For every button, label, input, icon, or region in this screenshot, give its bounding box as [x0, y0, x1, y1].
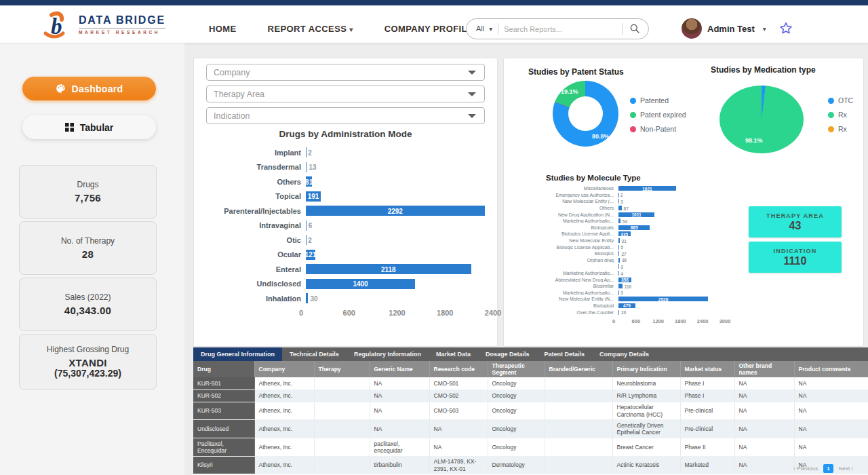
table-cell: NA	[370, 377, 429, 390]
bar-track: 2	[618, 193, 725, 197]
chart-row: Enteral2118	[198, 262, 493, 277]
indication-filter-dropdown[interactable]: Indication	[206, 107, 485, 124]
company-filter-dropdown[interactable]: Company	[206, 64, 485, 81]
next-page-button[interactable]: Next ›	[839, 466, 853, 472]
chart-row: Implant2	[198, 145, 493, 160]
sidebar-item-label: Dashboard	[72, 83, 123, 94]
studies-panel: Studies by Patent Status 19.1% 80.8% Pat…	[503, 58, 864, 347]
search-icon[interactable]	[622, 23, 648, 35]
previous-page-button[interactable]: ‹ Previous	[793, 466, 818, 472]
category-label: Parenteral/Injectables	[198, 207, 306, 215]
chart-row: Biologic License Applicati...5	[507, 244, 725, 250]
legend-color-dot	[630, 126, 636, 132]
chart-row: Ocular121	[198, 248, 493, 263]
patent-status-donut-chart: 19.1% 80.8%	[553, 81, 618, 147]
legend-label: Patented	[640, 96, 669, 104]
sidebar-item-dashboard[interactable]: Dashboard	[22, 77, 156, 100]
sidebar-item-label: Tabular	[80, 122, 114, 133]
user-menu[interactable]: Admin Test ▾	[682, 18, 766, 39]
chart-row: Undisclosed1400	[198, 277, 493, 292]
table-cell: NA	[734, 402, 794, 419]
tab-patent-details[interactable]: Patent Details	[536, 347, 592, 361]
bar-track: 1621	[618, 186, 725, 191]
chart-row: Over-the-Counter20	[507, 309, 725, 316]
tab-regulatory-information[interactable]: Regulatory Information	[347, 347, 429, 361]
chart-title-medication-type: Studies by Medication type	[711, 65, 816, 75]
table-cell: NA	[794, 438, 868, 457]
bar-value: 335	[620, 231, 628, 236]
bar-value: 1011	[631, 212, 641, 217]
axis-tick: 1200	[389, 309, 405, 317]
bar-track: 1011	[618, 212, 725, 217]
bar	[618, 284, 623, 288]
chart-title-patent-status: Studies by Patent Status	[528, 67, 624, 77]
table-cell: NA	[370, 420, 429, 438]
bar-track: 31	[618, 238, 725, 243]
category-label: Undisclosed	[198, 280, 306, 288]
tab-drug-general-information[interactable]: Drug General Information	[193, 347, 282, 361]
bar-track: 27	[618, 251, 725, 256]
table-cell: Oncology	[488, 402, 545, 419]
table-cell: NA	[794, 377, 868, 390]
table-row: KUR-503Athenex, Inc.NACMO-503OncologyHep…	[193, 402, 868, 419]
category-label: Biologicals	[507, 225, 618, 230]
sidebar-item-tabular[interactable]: Tabular	[22, 115, 156, 139]
table-cell: Pre-clinical	[680, 402, 734, 419]
main-nav: HOME REPORT ACCESS▾ COMPANY PROFILE	[209, 24, 473, 34]
column-header: Company	[254, 361, 314, 377]
chevron-down-icon: ▾	[763, 25, 766, 33]
tab-dosage-details[interactable]: Dosage Details	[478, 347, 537, 361]
favorite-star-icon[interactable]	[778, 21, 793, 39]
nav-report-access[interactable]: REPORT ACCESS▾	[268, 24, 353, 34]
table-cell: Undisclosed	[193, 420, 254, 438]
column-header: Market status	[680, 361, 734, 377]
brand-logo[interactable]: b DATA BRIDGE MARKET RESEARCH	[42, 10, 165, 39]
category-label: New Molecular Entity	[507, 238, 618, 243]
category-label: Otic	[198, 236, 306, 244]
bar	[618, 206, 622, 210]
table-cell: Athenex, Inc.	[254, 402, 314, 419]
bar	[618, 218, 620, 223]
chart-row: Emergency use Authoriza...2	[507, 192, 725, 199]
brand-title: DATA BRIDGE	[79, 14, 165, 28]
table-cell: NA	[734, 420, 794, 438]
search-input[interactable]	[498, 25, 622, 33]
stat-value: 40,343.00	[64, 305, 111, 316]
axis-tick: 1200	[652, 318, 664, 324]
search-scope-dropdown[interactable]: All▾	[467, 23, 498, 35]
bar-track: 20	[618, 310, 725, 315]
table-cell: ALM-14789, KX-2391, KX-01	[429, 457, 488, 474]
bar-value: 2	[620, 193, 623, 197]
table-cell: NA	[734, 377, 794, 390]
chart-title-molecule-type: Studies by Molecule Type	[546, 174, 641, 182]
nav-company-profile[interactable]: COMPANY PROFILE	[384, 24, 473, 34]
kpi-title: INDICATION	[774, 248, 817, 254]
chart-row: Transdermal13	[198, 160, 493, 175]
bar-value: 121	[305, 251, 317, 259]
stat-value: 7,756	[75, 192, 101, 204]
column-header: Generic Name	[370, 361, 429, 377]
category-label: Marketing Authorisatio...	[507, 218, 618, 223]
x-axis: 06001200180024003000	[614, 316, 725, 326]
legend-item: Patented	[630, 96, 686, 104]
category-label: Biologic License Applicati...	[507, 245, 618, 250]
avatar[interactable]	[682, 18, 702, 39]
tab-technical-details[interactable]: Technical Details	[282, 347, 347, 361]
bar-value: 4	[620, 271, 623, 276]
therapy-area-filter-dropdown[interactable]: Therapy Area	[206, 86, 485, 102]
bar	[306, 221, 307, 231]
table-cell	[314, 457, 370, 474]
bar-track: 2	[306, 235, 493, 245]
chart-row: Biological479	[507, 303, 725, 309]
nav-home[interactable]: HOME	[209, 24, 237, 34]
data-bridge-logo-icon: b	[42, 10, 73, 39]
table-cell: Phase I	[680, 390, 734, 402]
axis-tick: 3000	[719, 318, 731, 324]
tab-market-data[interactable]: Market Data	[429, 347, 478, 361]
kpi-value: 43	[789, 220, 802, 232]
chart-row: New Drug Application (N...1011	[507, 211, 725, 218]
page-number-button[interactable]: 1	[823, 464, 833, 473]
bar	[618, 258, 620, 263]
category-label: New Drug Application (N...	[507, 212, 618, 217]
tab-company-details[interactable]: Company Details	[592, 347, 656, 361]
